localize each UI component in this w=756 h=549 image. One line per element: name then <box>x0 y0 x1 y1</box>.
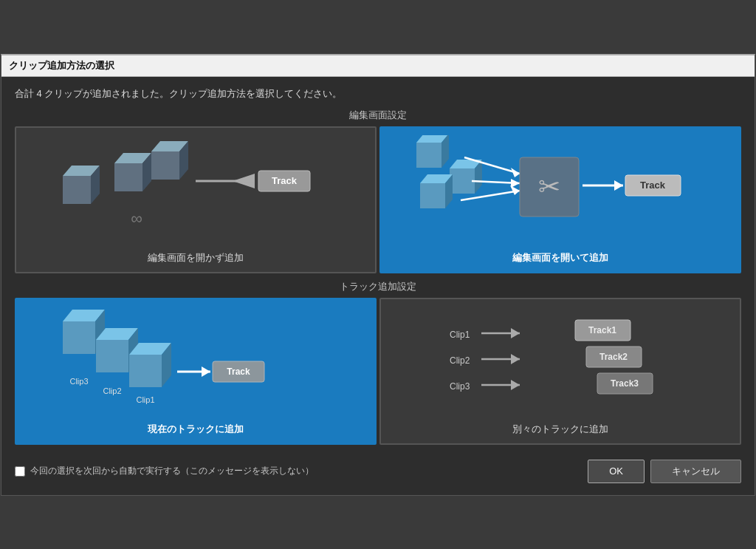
option-current-track[interactable]: Clip3 Clip2 Clip1 Track 現在のトラックに追加 <box>15 298 377 445</box>
svg-marker-32 <box>614 180 623 191</box>
illustration-with-editor: ✂ Track <box>381 128 740 246</box>
svg-marker-35 <box>63 321 95 354</box>
checkbox-row: 今回の選択を次回から自動で実行する（このメッセージを表示しない） <box>15 465 314 477</box>
checkbox-label: 今回の選択を次回から自動で実行する（このメッセージを表示しない） <box>30 465 314 477</box>
option2-label: 編集画面を開いて追加 <box>512 252 608 265</box>
svg-marker-28 <box>510 185 520 195</box>
svg-text:Clip3: Clip3 <box>450 381 470 392</box>
svg-text:Clip2: Clip2 <box>103 386 121 395</box>
svg-marker-17 <box>450 168 475 194</box>
option-separate-tracks[interactable]: Clip1 Clip2 Clip3 <box>379 298 741 445</box>
svg-text:Track: Track <box>227 366 250 377</box>
svg-marker-48 <box>202 366 210 377</box>
bottom-row: 今回の選択を次回から自動で実行する（このメッセージを表示しない） OK キャンセ… <box>15 454 741 486</box>
svg-marker-57 <box>511 354 520 364</box>
svg-text:Track1: Track1 <box>588 325 616 335</box>
svg-marker-59 <box>511 380 520 390</box>
svg-text:Track: Track <box>272 175 298 186</box>
svg-marker-41 <box>129 355 162 387</box>
svg-marker-6 <box>151 151 179 180</box>
svg-marker-26 <box>511 179 520 188</box>
svg-text:Clip1: Clip1 <box>136 395 154 404</box>
svg-marker-0 <box>63 176 91 204</box>
auto-execute-checkbox[interactable] <box>15 466 25 477</box>
svg-marker-38 <box>96 340 128 372</box>
dialog-title: クリップ追加方法の選択 <box>1 55 755 77</box>
track-section-label: トラック追加設定 <box>15 281 741 293</box>
svg-text:∞: ∞ <box>131 209 142 228</box>
track-options-grid: Clip3 Clip2 Clip1 Track 現在のトラックに追加 <box>15 298 741 445</box>
svg-marker-20 <box>420 183 445 208</box>
illustration-current-track: Clip3 Clip2 Clip1 Track <box>16 299 375 417</box>
subtitle-text: 合計 4 クリップが追加されました。クリップ追加方法を選択してください。 <box>15 87 741 100</box>
button-row: OK キャンセル <box>588 460 741 483</box>
cancel-button[interactable]: キャンセル <box>650 460 741 483</box>
option4-label: 別々のトラックに追加 <box>512 423 608 436</box>
option3-label: 現在のトラックに追加 <box>148 423 244 436</box>
svg-text:Clip1: Clip1 <box>450 330 470 340</box>
dialog-body: 合計 4 クリップが追加されました。クリップ追加方法を選択してください。 編集画… <box>1 77 755 495</box>
ok-button[interactable]: OK <box>588 460 645 483</box>
option1-label: 編集画面を開かず追加 <box>148 252 244 265</box>
svg-marker-14 <box>416 143 441 168</box>
edit-section: 編集画面設定 <box>15 109 741 273</box>
svg-text:Track2: Track2 <box>599 352 628 362</box>
option-with-editor[interactable]: ✂ Track 編集画面を開いて追加 <box>379 126 741 273</box>
svg-text:Clip3: Clip3 <box>69 377 88 386</box>
svg-text:Clip2: Clip2 <box>450 355 470 366</box>
edit-options-grid: ∞ Track 編集画面を開かず追加 <box>15 126 741 273</box>
svg-marker-55 <box>511 328 520 338</box>
illustration-no-editor: ∞ Track <box>16 128 375 246</box>
track-section: トラック追加設定 <box>15 281 741 445</box>
dialog-window: クリップ追加方法の選択 合計 4 クリップが追加されました。クリップ追加方法を選… <box>1 54 755 496</box>
svg-text:Track3: Track3 <box>611 378 639 389</box>
illustration-separate-tracks: Clip1 Clip2 Clip3 <box>381 299 740 417</box>
option-no-editor[interactable]: ∞ Track 編集画面を開かず追加 <box>15 126 377 273</box>
svg-text:✂: ✂ <box>538 171 560 202</box>
svg-text:Track: Track <box>640 180 666 191</box>
svg-marker-3 <box>114 163 142 191</box>
edit-section-label: 編集画面設定 <box>15 109 741 122</box>
